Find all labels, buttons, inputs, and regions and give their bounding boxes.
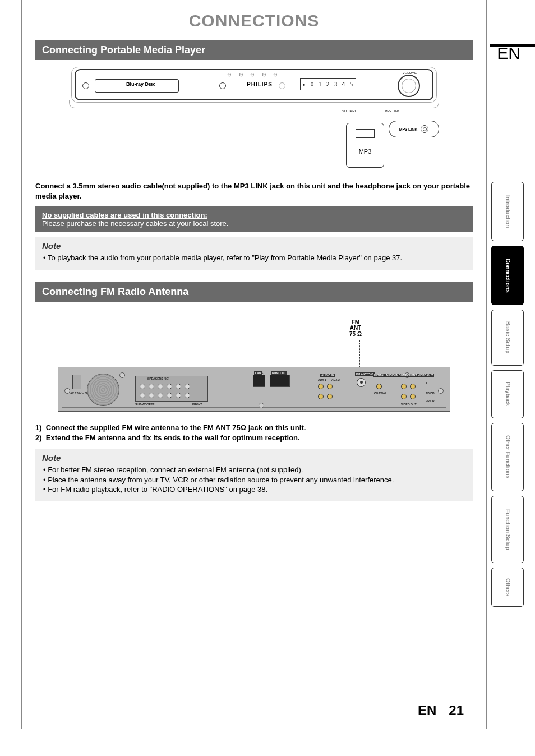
rca-jack-icon (401, 384, 407, 389)
bluray-logo: Blu-ray Disc (126, 81, 156, 87)
screw-icon (64, 388, 70, 394)
note2-item: For better FM stereo reception, connect … (43, 465, 466, 475)
footer-page-number: 21 (449, 703, 464, 718)
fm-label-2: ANT (350, 325, 362, 331)
diagram-media-player: ⊖ ⊖ ⊖ ⊖ ⊖ Blu-ray Disc PHILIPS ▸ 0 1 2 3… (52, 69, 456, 176)
ac-inlet-icon (72, 375, 81, 389)
tab-function-setup[interactable]: Function Setup (491, 496, 524, 563)
device-base-icon (69, 100, 439, 108)
footer-lang: EN (418, 703, 436, 718)
supplied-cable-box: No supplied cables are used in this conn… (35, 206, 473, 232)
speaker-terminal-icon (149, 393, 154, 398)
coaxial-label: COAXIAL (374, 391, 387, 395)
sd-card-label: SD CARD (342, 109, 357, 113)
front-display: ▸ 0 1 2 3 4 5 (300, 78, 356, 90)
device-front-panel: ⊖ ⊖ ⊖ ⊖ ⊖ Blu-ray Disc PHILIPS ▸ 0 1 2 3… (75, 69, 433, 100)
cable-line-icon (383, 130, 423, 159)
aux2-label: AUX 2 (331, 378, 340, 381)
mp3-player-icon: MP3 (346, 123, 384, 168)
fm-label-3: 75 Ω (349, 331, 362, 337)
language-indicator: EN (497, 44, 520, 63)
fm-ant-jack-label: FM ANT 75 Ω (355, 372, 375, 376)
power-button-icon (82, 82, 89, 89)
brand-label: PHILIPS (247, 81, 273, 87)
tab-connections[interactable]: Connections (491, 246, 524, 305)
screw-icon (438, 388, 444, 394)
speaker-terminal-icon (185, 393, 190, 398)
pr-label: PR/CR (426, 399, 435, 403)
section-tabs: Introduction Connections Basic Setup Pla… (491, 182, 524, 607)
audio-in-label: AUDIO IN (320, 374, 335, 377)
rca-jack-icon (327, 394, 333, 399)
tab-introduction[interactable]: Introduction (491, 182, 524, 241)
speaker-terminal-icon (167, 393, 172, 398)
mp3-label: MP3 (359, 148, 372, 155)
ir-sensor-icon (279, 82, 285, 89)
speakers-label: SPEAKERS (6Ω) (147, 377, 169, 380)
front-label: FRONT (192, 403, 202, 406)
hdmi-port-icon (270, 375, 290, 387)
fan-icon (87, 374, 119, 406)
rca-jack-icon (327, 384, 333, 389)
note-box-2: Note For better FM stereo reception, con… (35, 449, 473, 501)
supplied-title: No supplied cables are used in this conn… (42, 211, 466, 219)
instruction-media-player: Connect a 3.5mm stereo audio cable(not s… (35, 181, 473, 201)
volume-knob-icon (398, 75, 420, 97)
section-header-fm-antenna: Connecting FM Radio Antenna (35, 282, 473, 302)
rca-jack-icon (376, 384, 382, 389)
section-header-media-player: Connecting Portable Media Player (35, 40, 473, 60)
note-box-1: Note To playback the audio from your por… (35, 237, 473, 270)
speaker-terminal-icon (158, 393, 163, 398)
lan-port-icon (253, 375, 265, 387)
sub-label: SUB-WOOFER (135, 403, 155, 406)
rca-jack-icon (318, 384, 324, 389)
note2-item: Place the antenna away from your TV, VCR… (43, 475, 466, 485)
diagram-fm-antenna: FM ANT 75 Ω AC 120V ~ 60Hz SPEAKERS (6Ω) (58, 311, 450, 417)
rca-jack-icon (318, 394, 324, 399)
pb-label: PB/CB (426, 391, 435, 395)
lan-label: LAN (254, 371, 262, 375)
note-title-2: Note (42, 453, 466, 463)
note1-item: To playback the audio from your portable… (43, 253, 466, 263)
video-out-label: VIDEO OUT (401, 403, 417, 406)
speaker-terminal-icon (140, 384, 145, 389)
supplied-body: Please purchase the necessary cables at … (42, 219, 466, 228)
speaker-terminal-icon (149, 384, 154, 389)
rear-panel-icon: AC 120V ~ 60Hz SPEAKERS (6Ω) (58, 367, 450, 412)
antenna-line-icon (359, 340, 360, 370)
fm-label-1: FM (352, 319, 359, 325)
rca-jack-icon (401, 394, 407, 399)
hdmi-label: HDMI OUT (271, 371, 287, 375)
speaker-terminal-icon (167, 384, 172, 389)
screw-icon (259, 403, 264, 408)
fm-ant-jack-icon (357, 378, 366, 387)
rca-jack-icon (410, 394, 416, 399)
note-title-1: Note (42, 241, 466, 251)
fm-ant-label: FM ANT 75 Ω (349, 320, 362, 338)
top-buttons-icon: ⊖ ⊖ ⊖ ⊖ ⊖ (227, 72, 280, 77)
rear-inner-icon: AC 120V ~ 60Hz SPEAKERS (6Ω) (62, 371, 446, 408)
fm-step-2: 2) Extend the FM antenna and fix its end… (35, 433, 473, 443)
tab-basic-setup[interactable]: Basic Setup (491, 310, 524, 366)
fm-steps: 1) Connect the supplied FM wire antenna … (35, 423, 473, 443)
page-title: CONNECTIONS (35, 11, 473, 30)
eject-button-icon (219, 82, 226, 89)
note2-item: For FM radio playback, refer to "RADIO O… (43, 485, 466, 495)
fm-step-1: 1) Connect the supplied FM wire antenna … (35, 423, 473, 433)
tab-playback[interactable]: Playback (491, 370, 524, 418)
screw-icon (119, 372, 125, 378)
fm-step-1-text: Connect the supplied FM wire antenna to … (46, 423, 306, 432)
y-label: Y (426, 381, 427, 385)
digital-audio-label: DIGITAL AUDIO IN (373, 374, 399, 377)
tab-others[interactable]: Others (491, 568, 524, 607)
mp3-screen-icon (356, 129, 375, 138)
speaker-terminal-icon (176, 384, 181, 389)
speaker-terminal-icon (185, 384, 190, 389)
mp3-link-label-small: MP3 LINK (385, 109, 400, 113)
speaker-terminal-icon (158, 384, 163, 389)
page-frame: CONNECTIONS Connecting Portable Media Pl… (21, 0, 487, 729)
speaker-terminal-icon (140, 393, 145, 398)
component-label: COMPONENT VIDEO OUT (398, 374, 434, 377)
page-footer: EN 21 (418, 703, 464, 718)
tab-other-functions[interactable]: Other Functions (491, 423, 524, 491)
